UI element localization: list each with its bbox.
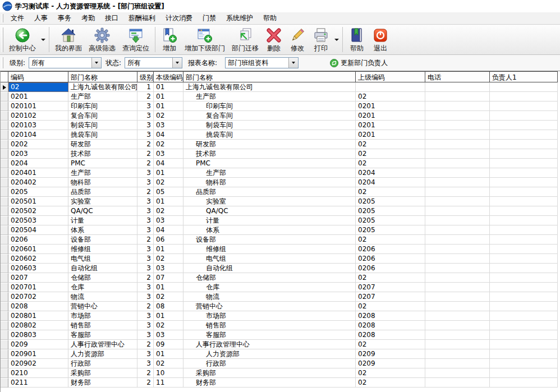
cell-local-code[interactable]: 02	[154, 359, 183, 368]
cell-dept-name[interactable]: 自动化组	[68, 264, 137, 273]
cell-code[interactable]: 0206	[8, 235, 68, 245]
cell-local-code[interactable]: 01	[154, 283, 183, 292]
cell-level[interactable]: 3	[137, 178, 154, 187]
table-row[interactable]: 020501实验室301实验室0205	[1, 197, 558, 206]
row-selector[interactable]	[1, 235, 8, 245]
cell-parent-code[interactable]: 02	[356, 92, 425, 102]
cell-level[interactable]: 3	[137, 292, 154, 302]
cell-parent-code[interactable]: 0205	[356, 216, 425, 225]
cell-dept-name[interactable]: 行政部	[68, 359, 137, 368]
table-row[interactable]: 020803客服部303客服部0208	[1, 330, 558, 340]
cell-code[interactable]: 02	[8, 82, 68, 92]
cell-parent-code[interactable]: 0208	[356, 311, 425, 321]
cell-dept-name[interactable]: 制袋车间	[68, 121, 137, 130]
cell-local-code[interactable]: 11	[154, 378, 183, 388]
row-selector[interactable]	[1, 102, 8, 111]
cell-dept-name[interactable]: 生产部	[68, 168, 137, 178]
row-selector[interactable]	[1, 92, 8, 102]
menu-attendance[interactable]: 考勤	[76, 12, 100, 24]
cell-parent-code[interactable]: 02	[356, 159, 425, 168]
menu-interface[interactable]: 接口	[100, 12, 123, 24]
cell-code[interactable]: 020901	[8, 349, 68, 359]
cell-manager[interactable]	[490, 197, 558, 206]
my-interface-button[interactable]: 我的界面	[52, 25, 85, 54]
print-button[interactable]: 打印	[309, 25, 333, 54]
cell-parent-code[interactable]: 0205	[356, 225, 425, 235]
cell-dept-name[interactable]: QA/QC	[68, 206, 137, 216]
table-row[interactable]: 0210采购部210采购部02	[1, 368, 558, 378]
cell-manager[interactable]	[490, 292, 558, 302]
table-row[interactable]: 020502QA/QC302QA/QC0205	[1, 206, 558, 216]
cell-level[interactable]: 3	[137, 216, 154, 225]
cell-parent-code[interactable]: 0208	[356, 321, 425, 330]
table-row[interactable]: 0208营销中心208营销中心02	[1, 302, 558, 311]
cell-phone[interactable]	[425, 102, 490, 111]
table-row[interactable]: 020101印刷车间301印刷车间0201	[1, 102, 558, 111]
cell-dept-name-tree[interactable]: 物流	[183, 292, 356, 302]
cell-parent-code[interactable]	[356, 82, 425, 92]
cell-manager[interactable]	[490, 206, 558, 216]
table-row[interactable]: 020602电气组302电气组0206	[1, 254, 558, 264]
table-row[interactable]: 0201生产部201生产部02	[1, 92, 558, 102]
cell-level[interactable]: 3	[137, 130, 154, 140]
cell-code[interactable]: 020402	[8, 178, 68, 187]
cell-manager[interactable]	[490, 130, 558, 140]
cell-local-code[interactable]: 01	[154, 82, 183, 92]
cell-manager[interactable]	[490, 159, 558, 168]
cell-phone[interactable]	[425, 159, 490, 168]
row-selector[interactable]	[1, 111, 8, 121]
cell-parent-code[interactable]: 0208	[356, 330, 425, 340]
cell-parent-code[interactable]: 0209	[356, 359, 425, 368]
cell-level[interactable]: 3	[137, 168, 154, 178]
cell-parent-code[interactable]: 0209	[356, 349, 425, 359]
cell-dept-name-tree[interactable]: 仓库	[183, 283, 356, 292]
table-row[interactable]: 0203技术部203技术部02	[1, 149, 558, 159]
cell-level[interactable]: 2	[137, 92, 154, 102]
cell-level[interactable]: 3	[137, 321, 154, 330]
cell-parent-code[interactable]: 0206	[356, 254, 425, 264]
cell-level[interactable]: 3	[137, 283, 154, 292]
cell-phone[interactable]	[425, 82, 490, 92]
cell-dept-name[interactable]: 财务部	[68, 378, 137, 388]
row-selector[interactable]	[1, 311, 8, 321]
cell-local-code[interactable]: 01	[154, 311, 183, 321]
cell-code[interactable]: 020103	[8, 121, 68, 130]
cell-dept-name[interactable]: 营销中心	[68, 302, 137, 311]
cell-local-code[interactable]: 04	[154, 159, 183, 168]
cell-level[interactable]: 2	[137, 340, 154, 349]
cell-manager[interactable]	[490, 283, 558, 292]
cell-level[interactable]: 2	[137, 302, 154, 311]
cell-phone[interactable]	[425, 187, 490, 197]
cell-code[interactable]: 0201	[8, 92, 68, 102]
cell-phone[interactable]	[425, 292, 490, 302]
modify-button[interactable]: 修改	[286, 25, 309, 54]
cell-parent-code[interactable]: 0207	[356, 283, 425, 292]
cell-local-code[interactable]: 09	[154, 340, 183, 349]
row-selector[interactable]	[1, 340, 8, 349]
row-selector[interactable]	[1, 378, 8, 388]
cell-local-code[interactable]: 02	[154, 178, 183, 187]
chevron-down-icon[interactable]	[91, 58, 101, 68]
cell-code[interactable]: 020601	[8, 245, 68, 254]
cell-phone[interactable]	[425, 321, 490, 330]
cell-dept-name-tree[interactable]: 复合车间	[183, 111, 356, 121]
cell-code[interactable]: 020503	[8, 216, 68, 225]
cell-dept-name-tree[interactable]: 销售部	[183, 321, 356, 330]
cell-parent-code[interactable]: 0206	[356, 264, 425, 273]
column-header-7[interactable]: 负责人1	[490, 72, 558, 82]
cell-phone[interactable]	[425, 368, 490, 378]
cell-level[interactable]: 2	[137, 187, 154, 197]
cell-phone[interactable]	[425, 302, 490, 311]
cell-code[interactable]: 020701	[8, 283, 68, 292]
cell-manager[interactable]	[490, 187, 558, 197]
cell-local-code[interactable]: 02	[154, 254, 183, 264]
cell-level[interactable]: 3	[137, 102, 154, 111]
cell-code[interactable]: 020102	[8, 111, 68, 121]
cell-code[interactable]: 020803	[8, 330, 68, 340]
cell-parent-code[interactable]: 02	[356, 302, 425, 311]
cell-phone[interactable]	[425, 273, 490, 283]
report-name-select[interactable]: 部门班组资料	[225, 57, 299, 68]
menu-affairs[interactable]: 事务	[53, 12, 76, 24]
cell-dept-name-tree[interactable]: 计量	[183, 216, 356, 225]
cell-dept-name[interactable]: 体系	[68, 225, 137, 235]
